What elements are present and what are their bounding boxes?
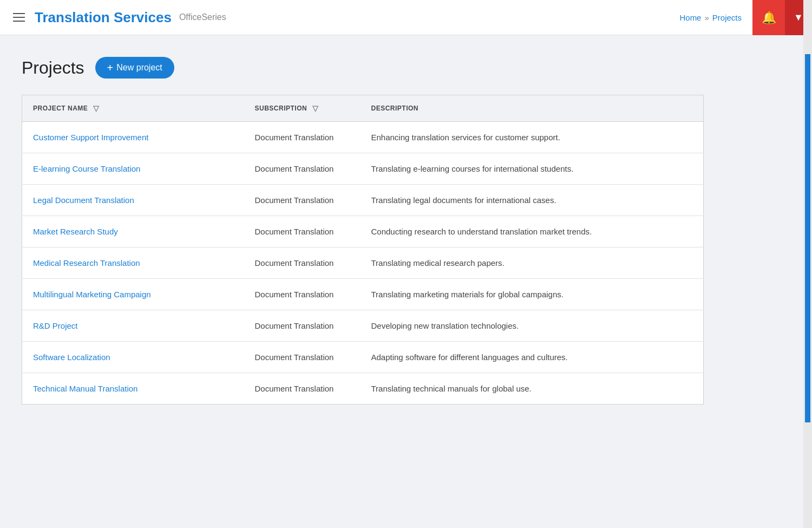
project-name-cell: E-learning Course Translation <box>22 153 244 185</box>
table-row: Legal Document TranslationDocument Trans… <box>22 185 704 216</box>
table-row: Medical Research TranslationDocument Tra… <box>22 247 704 279</box>
table-row: E-learning Course TranslationDocument Tr… <box>22 153 704 185</box>
description-cell: Translating medical research papers. <box>361 247 704 279</box>
breadcrumb-separator: » <box>704 13 709 22</box>
main-content: Projects + New project PROJECT NAME ▽ SU… <box>0 35 812 426</box>
page-title: Projects <box>22 58 84 78</box>
breadcrumb-home[interactable]: Home <box>679 13 701 22</box>
filter-icon-subscription[interactable]: ▽ <box>312 104 319 113</box>
description-cell: Enhancing translation services for custo… <box>361 122 704 153</box>
project-name-cell: Customer Support Improvement <box>22 122 244 153</box>
new-project-label: New project <box>116 63 162 73</box>
breadcrumb-current: Projects <box>712 13 742 22</box>
subscription-cell: Document Translation <box>244 153 361 185</box>
subscription-cell: Document Translation <box>244 247 361 279</box>
project-name-cell: Technical Manual Translation <box>22 373 244 405</box>
table-row: R&D ProjectDocument TranslationDevelopin… <box>22 310 704 342</box>
project-name-cell: Multilingual Marketing Campaign <box>22 279 244 310</box>
project-link[interactable]: Customer Support Improvement <box>33 133 148 142</box>
page-title-row: Projects + New project <box>22 57 790 79</box>
description-cell: Translating e-learning courses for inter… <box>361 153 704 185</box>
filter-icon-project-name[interactable]: ▽ <box>93 104 100 113</box>
project-link[interactable]: Market Research Study <box>33 227 118 236</box>
project-name-cell: Market Research Study <box>22 216 244 247</box>
project-link[interactable]: E-learning Course Translation <box>33 164 140 173</box>
table-row: Market Research StudyDocument Translatio… <box>22 216 704 247</box>
app-title: Translation Services <box>35 9 172 26</box>
breadcrumb: Home » Projects <box>679 13 742 22</box>
subscription-cell: Document Translation <box>244 279 361 310</box>
project-link[interactable]: Multilingual Marketing Campaign <box>33 290 151 299</box>
bell-icon: 🔔 <box>762 11 776 25</box>
col-header-description: DESCRIPTION <box>361 95 704 122</box>
plus-icon: + <box>107 62 114 73</box>
description-cell: Adapting software for different language… <box>361 342 704 373</box>
bell-button[interactable]: 🔔 <box>752 0 785 35</box>
description-cell: Translating technical manuals for global… <box>361 373 704 405</box>
table-header: PROJECT NAME ▽ SUBSCRIPTION ▽ DESCRIPTIO… <box>22 95 704 122</box>
header: Translation Services OfficeSeries Home »… <box>0 0 812 35</box>
description-cell: Conducting research to understand transl… <box>361 216 704 247</box>
project-link[interactable]: Legal Document Translation <box>33 195 134 205</box>
subscription-cell: Document Translation <box>244 342 361 373</box>
scrollbar-thumb <box>805 54 810 422</box>
description-cell: Developing new translation technologies. <box>361 310 704 342</box>
subscription-cell: Document Translation <box>244 310 361 342</box>
project-name-cell: Legal Document Translation <box>22 185 244 216</box>
menu-icon[interactable] <box>9 9 29 26</box>
project-name-cell: R&D Project <box>22 310 244 342</box>
subscription-cell: Document Translation <box>244 216 361 247</box>
description-cell: Translating marketing materials for glob… <box>361 279 704 310</box>
table-row: Customer Support ImprovementDocument Tra… <box>22 122 704 153</box>
subscription-cell: Document Translation <box>244 122 361 153</box>
scrollbar-track[interactable] <box>803 0 812 528</box>
chevron-down-icon: ▼ <box>794 12 803 23</box>
project-name-cell: Medical Research Translation <box>22 247 244 279</box>
project-link[interactable]: Technical Manual Translation <box>33 384 137 393</box>
table-row: Software LocalizationDocument Translatio… <box>22 342 704 373</box>
project-link[interactable]: Software Localization <box>33 353 110 362</box>
subscription-cell: Document Translation <box>244 185 361 216</box>
table-row: Technical Manual TranslationDocument Tra… <box>22 373 704 405</box>
subscription-cell: Document Translation <box>244 373 361 405</box>
description-cell: Translating legal documents for internat… <box>361 185 704 216</box>
project-link[interactable]: Medical Research Translation <box>33 258 140 268</box>
table-body: Customer Support ImprovementDocument Tra… <box>22 122 704 405</box>
col-header-project-name: PROJECT NAME ▽ <box>22 95 244 122</box>
col-header-subscription: SUBSCRIPTION ▽ <box>244 95 361 122</box>
projects-table: PROJECT NAME ▽ SUBSCRIPTION ▽ DESCRIPTIO… <box>22 95 704 405</box>
table-row: Multilingual Marketing CampaignDocument … <box>22 279 704 310</box>
project-name-cell: Software Localization <box>22 342 244 373</box>
new-project-button[interactable]: + New project <box>95 57 174 79</box>
project-link[interactable]: R&D Project <box>33 321 78 330</box>
app-subtitle: OfficeSeries <box>179 12 226 22</box>
